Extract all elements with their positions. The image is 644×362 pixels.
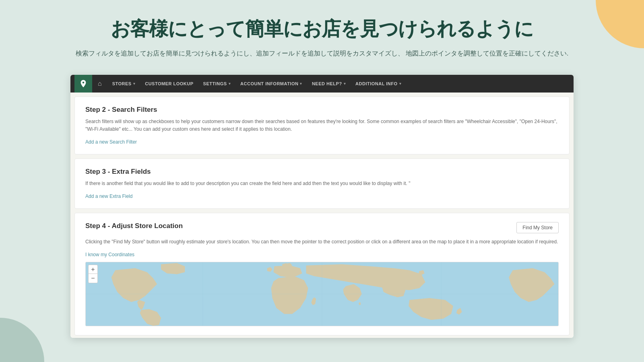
page-header: お客様にとって簡単にお店を見つけられるように 検索フィルタを追加してお店を簡単に…: [0, 0, 644, 67]
step3-card: Step 3 - Extra Fields If there is anothe…: [74, 158, 570, 209]
add-extra-field-link[interactable]: Add a new Extra Field: [85, 193, 132, 199]
find-my-store-button[interactable]: Find My Store: [516, 222, 559, 233]
step4-description: Clicking the "Find My Store" button will…: [85, 238, 559, 246]
step3-description: If there is another field that you would…: [85, 180, 559, 187]
step4-card: Step 4 - Adjust Store Location Find My S…: [74, 213, 570, 335]
navbar-item-need-help[interactable]: NEED HELP? ▾: [307, 75, 351, 93]
step4-header: Step 4 - Adjust Store Location Find My S…: [85, 222, 559, 234]
navbar-home-button[interactable]: ⌂: [92, 80, 107, 87]
step2-title: Step 2 - Search Filters: [85, 106, 559, 114]
decorative-corner-bottom-left: [0, 318, 44, 362]
navbar: ⌂ STORES ▾ CUSTOMER LOOKUP SETTINGS ▾ AC…: [70, 75, 574, 93]
i-know-my-coordinates-link[interactable]: I know my Coordinates: [85, 252, 134, 257]
world-map-svg: [86, 262, 558, 326]
step2-description: Search filters will show up as checkboxe…: [85, 118, 559, 133]
navbar-item-additional-info[interactable]: ADDITIONAL INFO ▾: [351, 75, 406, 93]
step4-title: Step 4 - Adjust Store Location: [85, 222, 183, 230]
app-window: ⌂ STORES ▾ CUSTOMER LOOKUP SETTINGS ▾ AC…: [70, 75, 574, 338]
map-zoom-controls: + −: [88, 265, 98, 283]
map-zoom-in-button[interactable]: +: [89, 265, 97, 274]
map-container[interactable]: + −: [85, 262, 559, 326]
navbar-item-account-information[interactable]: ACCOUNT INFORMATION ▾: [235, 75, 307, 93]
add-search-filter-link[interactable]: Add a new Search Filter: [85, 139, 137, 145]
navbar-item-stores[interactable]: STORES ▾: [107, 75, 140, 93]
page-heading: お客様にとって簡単にお店を見つけられるように: [8, 16, 636, 42]
chevron-down-icon: ▾: [300, 82, 302, 86]
chevron-down-icon: ▾: [344, 82, 346, 86]
step2-card: Step 2 - Search Filters Search filters w…: [74, 97, 570, 154]
navbar-brand: [74, 75, 92, 93]
chevron-down-icon: ▾: [133, 82, 136, 86]
navbar-item-customer-lookup[interactable]: CUSTOMER LOOKUP: [140, 75, 198, 93]
chevron-down-icon: ▾: [399, 82, 402, 86]
step3-title: Step 3 - Extra Fields: [85, 168, 559, 176]
navbar-item-settings[interactable]: SETTINGS ▾: [198, 75, 236, 93]
content-area: Step 2 - Search Filters Search filters w…: [70, 93, 574, 338]
brand-icon: [79, 79, 88, 88]
chevron-down-icon: ▾: [229, 82, 231, 86]
page-subheading: 検索フィルタを追加してお店を簡単に見つけられるようにし、追加フィールドを追加して…: [8, 48, 636, 59]
map-zoom-out-button[interactable]: −: [89, 274, 97, 283]
